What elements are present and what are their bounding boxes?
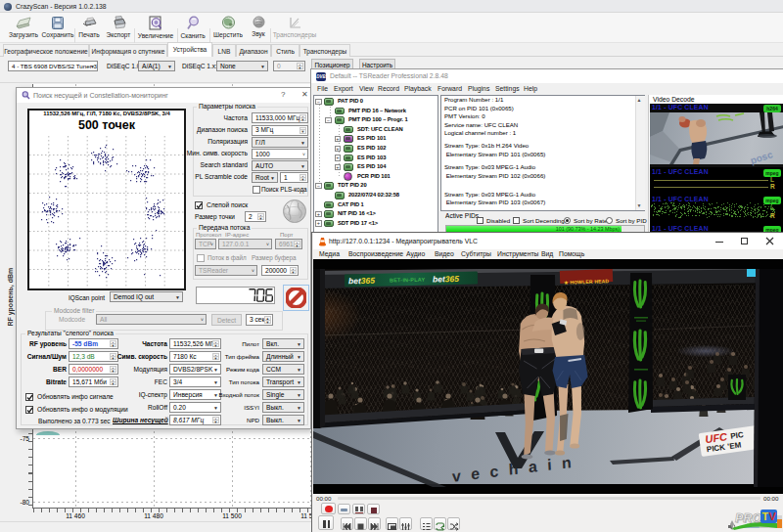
svg-text:T: T	[762, 510, 769, 522]
svg-text:V: V	[769, 510, 777, 522]
svg-text:PRO: PRO	[735, 511, 761, 525]
svg-text:posc: posc	[749, 149, 774, 166]
svg-text:PIC: PIC	[730, 430, 745, 441]
